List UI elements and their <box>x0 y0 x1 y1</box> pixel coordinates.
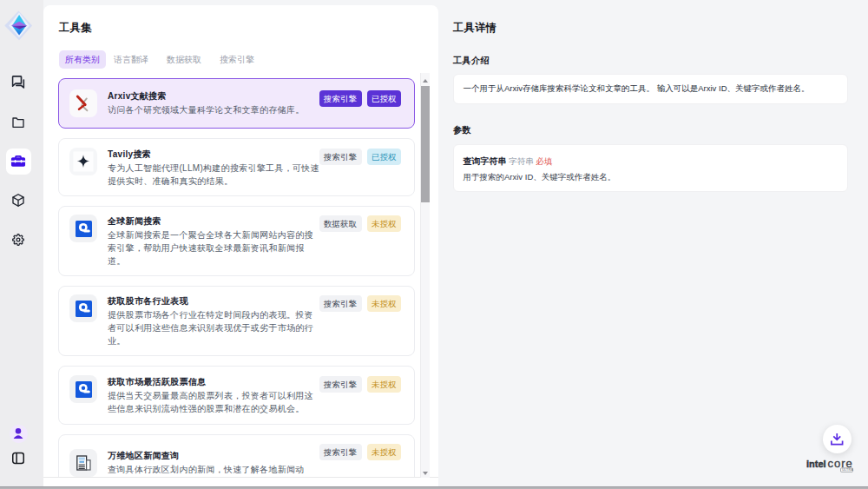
svg-text:ULTRA: ULTRA <box>842 468 853 472</box>
svg-text:intel: intel <box>806 459 826 469</box>
svg-text:core: core <box>828 457 853 470</box>
